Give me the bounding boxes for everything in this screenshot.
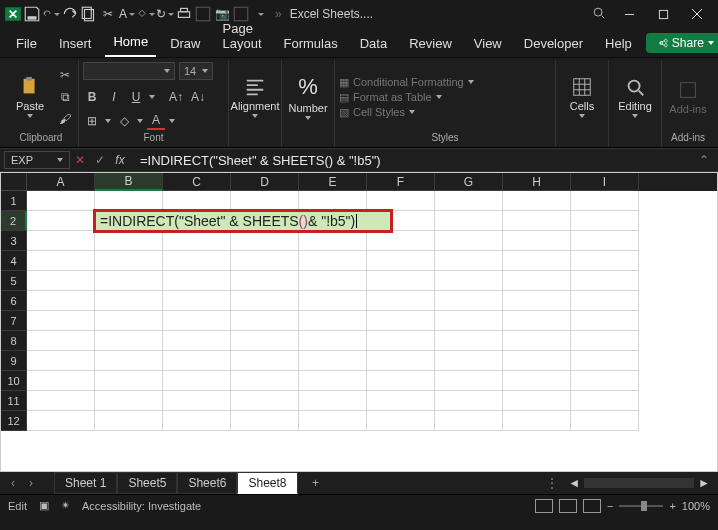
- undo-icon[interactable]: [42, 3, 60, 25]
- row-3[interactable]: 3: [1, 231, 27, 251]
- cell[interactable]: [95, 371, 163, 391]
- menu-pagelayout[interactable]: Page Layout: [215, 17, 270, 57]
- cell[interactable]: [95, 191, 163, 211]
- font-size-combo[interactable]: 14: [179, 62, 213, 80]
- cell[interactable]: [503, 271, 571, 291]
- cell[interactable]: [299, 291, 367, 311]
- col-G[interactable]: G: [435, 173, 503, 191]
- cell[interactable]: [299, 251, 367, 271]
- active-cell-editor[interactable]: =INDIRECT("Sheet" & SHEETS() & "!b5"): [93, 209, 393, 233]
- cell[interactable]: [163, 231, 231, 251]
- col-E[interactable]: E: [299, 173, 367, 191]
- cell-styles-button[interactable]: ▧Cell Styles: [339, 106, 474, 119]
- cell[interactable]: [503, 391, 571, 411]
- zoom-out-icon[interactable]: −: [607, 500, 613, 512]
- col-B[interactable]: B: [95, 173, 163, 191]
- paste-button[interactable]: Paste: [8, 68, 52, 126]
- menu-review[interactable]: Review: [401, 32, 460, 57]
- conditional-formatting-button[interactable]: ▦Conditional Formatting: [339, 76, 474, 89]
- sheet-tab-active[interactable]: Sheet8: [237, 472, 297, 494]
- cell[interactable]: [299, 351, 367, 371]
- alignment-button[interactable]: Alignment: [233, 68, 277, 126]
- cell[interactable]: [231, 371, 299, 391]
- add-sheet-button[interactable]: +: [306, 476, 326, 490]
- col-C[interactable]: C: [163, 173, 231, 191]
- menu-file[interactable]: File: [8, 32, 45, 57]
- cell[interactable]: [163, 371, 231, 391]
- cell[interactable]: [435, 271, 503, 291]
- cell[interactable]: [299, 391, 367, 411]
- menu-developer[interactable]: Developer: [516, 32, 591, 57]
- row-1[interactable]: 1: [1, 191, 27, 211]
- cell[interactable]: [571, 271, 639, 291]
- cell[interactable]: [27, 331, 95, 351]
- cell[interactable]: [435, 231, 503, 251]
- search-icon[interactable]: [586, 6, 612, 23]
- cell[interactable]: [95, 311, 163, 331]
- cell[interactable]: [435, 291, 503, 311]
- cell[interactable]: [95, 351, 163, 371]
- font-color-qat-icon[interactable]: A: [118, 3, 136, 25]
- cell[interactable]: [95, 331, 163, 351]
- print-icon[interactable]: [175, 3, 193, 25]
- cell[interactable]: [367, 251, 435, 271]
- close-button[interactable]: [680, 0, 714, 28]
- borders-icon[interactable]: ⊞: [83, 112, 101, 130]
- cell[interactable]: [27, 311, 95, 331]
- cell[interactable]: [231, 351, 299, 371]
- cell[interactable]: [95, 231, 163, 251]
- cancel-formula-icon[interactable]: ✕: [70, 153, 90, 167]
- accessibility-status[interactable]: Accessibility: Investigate: [82, 500, 201, 512]
- menu-insert[interactable]: Insert: [51, 32, 100, 57]
- cell[interactable]: [231, 251, 299, 271]
- cell[interactable]: [571, 251, 639, 271]
- cell[interactable]: [571, 311, 639, 331]
- formula-input[interactable]: =INDIRECT("Sheet" & SHEETS() & "!b5"): [130, 153, 694, 168]
- sheet-tab[interactable]: Sheet 1: [54, 472, 117, 494]
- cell[interactable]: [163, 191, 231, 211]
- cell[interactable]: [367, 351, 435, 371]
- number-button[interactable]: % Number: [286, 68, 330, 126]
- tab-prev-icon[interactable]: ‹: [4, 476, 22, 490]
- copy-ribbon-icon[interactable]: ⧉: [56, 88, 74, 106]
- zoom-level[interactable]: 100%: [682, 500, 710, 512]
- select-all-corner[interactable]: [1, 173, 27, 191]
- cell[interactable]: [367, 191, 435, 211]
- cell[interactable]: [503, 191, 571, 211]
- cell[interactable]: [435, 371, 503, 391]
- redo-icon[interactable]: [61, 3, 79, 25]
- row-4[interactable]: 4: [1, 251, 27, 271]
- cell[interactable]: [27, 411, 95, 431]
- normal-view-icon[interactable]: [535, 499, 553, 513]
- menu-view[interactable]: View: [466, 32, 510, 57]
- underline-icon[interactable]: U: [127, 88, 145, 106]
- cell[interactable]: [231, 331, 299, 351]
- filter-qat-icon[interactable]: [194, 3, 212, 25]
- cells-button[interactable]: Cells: [560, 68, 604, 126]
- row-10[interactable]: 10: [1, 371, 27, 391]
- col-D[interactable]: D: [231, 173, 299, 191]
- cell[interactable]: [367, 231, 435, 251]
- cell[interactable]: [299, 411, 367, 431]
- cell[interactable]: [163, 271, 231, 291]
- sheet-tab[interactable]: Sheet6: [177, 472, 237, 494]
- cell[interactable]: [163, 251, 231, 271]
- cell[interactable]: [95, 291, 163, 311]
- cell[interactable]: [27, 211, 95, 231]
- cell[interactable]: [503, 331, 571, 351]
- cell[interactable]: [231, 191, 299, 211]
- maximize-button[interactable]: [646, 0, 680, 28]
- row-2[interactable]: 2: [1, 211, 27, 231]
- fill-color-icon[interactable]: ◇: [115, 112, 133, 130]
- cell[interactable]: [299, 371, 367, 391]
- cell[interactable]: [435, 411, 503, 431]
- cell[interactable]: [299, 271, 367, 291]
- cell-area[interactable]: // generated below after data load inste…: [27, 191, 717, 431]
- cell[interactable]: [503, 311, 571, 331]
- expand-formula-bar-icon[interactable]: ⌃: [694, 153, 714, 167]
- menu-home[interactable]: Home: [105, 30, 156, 57]
- tab-next-icon[interactable]: ›: [22, 476, 40, 490]
- cell[interactable]: [27, 271, 95, 291]
- cell[interactable]: [27, 391, 95, 411]
- format-as-table-button[interactable]: ▤Format as Table: [339, 91, 474, 104]
